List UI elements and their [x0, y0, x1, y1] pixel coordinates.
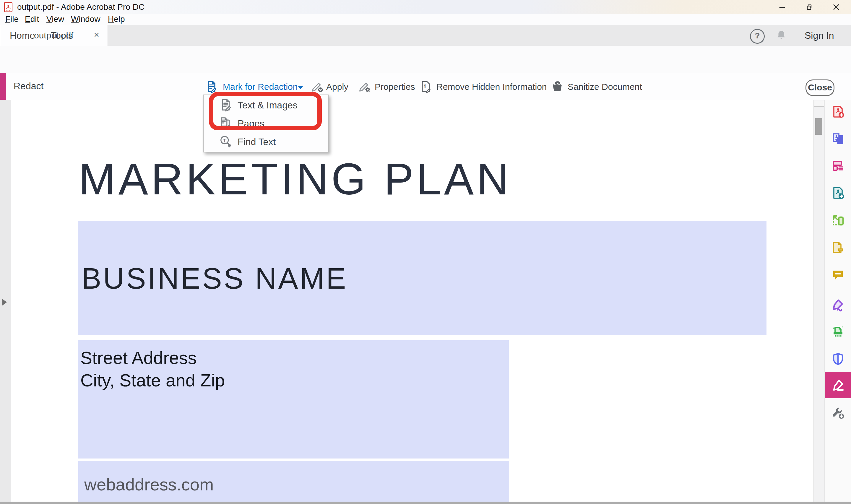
properties-button[interactable]: Properties — [375, 82, 415, 92]
menu-item-pages[interactable]: Pages — [204, 114, 328, 132]
tool-crop-pages[interactable] — [825, 207, 851, 233]
svg-text:i: i — [424, 83, 426, 90]
web-address-highlight-box[interactable]: webaddress.com — [78, 461, 509, 502]
redact-active-strip — [0, 73, 6, 100]
tab-bar: Home Tools output.pdf × — [0, 25, 851, 46]
tool-create-pdf[interactable] — [825, 98, 851, 125]
svg-text:PDF: PDF — [6, 10, 10, 12]
titlebar: PDF output.pdf - Adobe Acrobat Pro DC — [0, 0, 851, 14]
menu-help[interactable]: Help — [108, 15, 125, 24]
menu-item-text-images[interactable]: Text & Images — [204, 96, 328, 114]
sanitize-document-button[interactable]: Sanitize Document — [568, 82, 642, 92]
help-icon[interactable]: ? — [750, 29, 765, 44]
menu-item-find-text[interactable]: T Find Text — [204, 132, 328, 151]
scrollbar-up-button[interactable] — [814, 101, 824, 107]
close-tool-button[interactable]: Close — [805, 79, 834, 96]
redact-panel-title: Redact — [14, 80, 43, 92]
tool-request-signatures[interactable] — [825, 234, 851, 261]
remove-hidden-info-button[interactable]: Remove Hidden Information — [436, 82, 547, 92]
menu-item-label: Pages — [238, 118, 265, 129]
notifications-bell-icon[interactable] — [775, 29, 788, 42]
sanitize-document-icon — [551, 80, 564, 93]
tool-comment[interactable] — [825, 262, 851, 288]
doc-address: Street Address City, State and Zip — [80, 347, 225, 392]
menu-bar: File Edit View Window Help — [0, 14, 851, 25]
scrollbar-thumb[interactable] — [815, 118, 822, 135]
remove-hidden-info-icon: i — [420, 80, 433, 93]
address-highlight-box[interactable]: Street Address City, State and Zip — [78, 340, 509, 458]
tool-more-tools[interactable] — [825, 399, 851, 426]
doc-address-line1: Street Address — [80, 347, 225, 369]
close-window-button[interactable] — [832, 3, 840, 11]
maximize-button[interactable] — [805, 3, 813, 11]
acrobat-window: PDF output.pdf - Adobe Acrobat Pro DC Fi… — [0, 0, 851, 504]
window-bottom-edge — [0, 502, 851, 504]
doc-address-line2: City, State and Zip — [80, 369, 225, 392]
tool-export-pdf[interactable] — [825, 126, 851, 152]
vertical-scrollbar[interactable] — [813, 100, 825, 502]
menu-edit[interactable]: Edit — [25, 15, 39, 24]
tools-rail — [825, 100, 851, 502]
tool-scan-ocr[interactable] — [825, 318, 851, 345]
pdf-page: MARKETING PLAN BUSINESS NAME Street Addr… — [11, 100, 813, 502]
properties-icon — [358, 80, 371, 93]
menu-window[interactable]: Window — [71, 15, 101, 24]
expand-panel-arrow-icon[interactable] — [2, 299, 7, 305]
tool-redact-active[interactable] — [825, 372, 851, 398]
apply-button[interactable]: Apply — [326, 82, 348, 92]
tab-home[interactable]: Home — [10, 30, 35, 41]
tool-organize-pages[interactable] — [825, 152, 851, 179]
menu-file[interactable]: File — [5, 15, 19, 24]
minimize-button[interactable] — [778, 3, 786, 11]
chevron-down-icon[interactable] — [298, 86, 303, 89]
window-title: output.pdf - Adobe Acrobat Pro DC — [17, 2, 144, 12]
tool-protect[interactable] — [825, 346, 851, 372]
mark-for-redaction-icon — [205, 80, 218, 93]
sign-in-link[interactable]: Sign In — [804, 30, 834, 41]
redact-toolbar: Redact Mark for Redaction Apply Properti… — [0, 73, 851, 101]
main-toolbar: 1 / 21 145% — [0, 46, 851, 74]
doc-web-address: webaddress.com — [84, 474, 214, 494]
apply-icon — [311, 80, 324, 93]
doc-title: MARKETING PLAN — [78, 154, 511, 205]
tab-close-icon[interactable]: × — [94, 30, 99, 40]
menu-item-label: Find Text — [238, 137, 276, 147]
tool-send-pdf[interactable] — [825, 180, 851, 206]
pdf-file-icon: PDF — [3, 2, 13, 12]
tool-fill-sign[interactable] — [825, 292, 851, 318]
mark-for-redaction-menu: Text & Images Pages T Find Text — [203, 94, 329, 152]
doc-business-name: BUSINESS NAME — [82, 262, 347, 295]
svg-text:T: T — [223, 138, 227, 144]
business-name-highlight-box[interactable]: BUSINESS NAME — [78, 221, 766, 335]
menu-item-label: Text & Images — [238, 100, 297, 111]
tab-document-label: output.pdf — [34, 31, 73, 40]
menu-view[interactable]: View — [47, 15, 64, 24]
mark-for-redaction-button[interactable]: Mark for Redaction — [223, 82, 297, 92]
